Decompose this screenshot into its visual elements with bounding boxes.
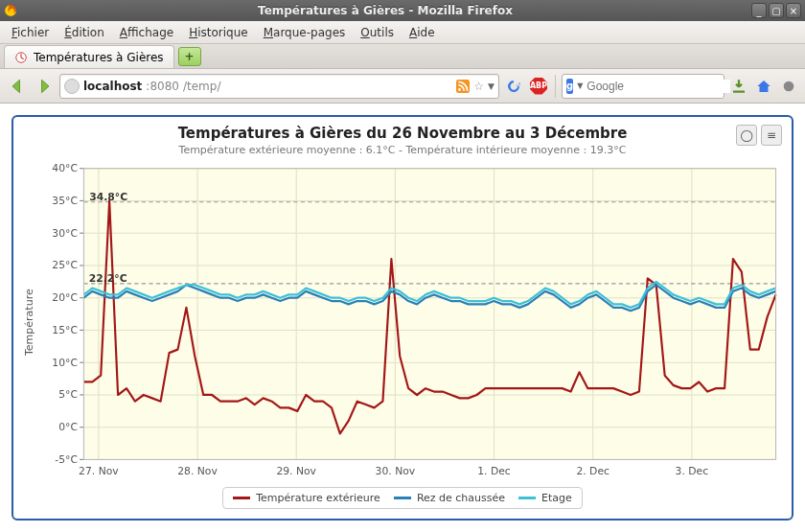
svg-text:-5°C: -5°C xyxy=(55,453,78,466)
chart-frame: ◯ ≡ Températures à Gières du 26 Novembre… xyxy=(12,115,794,520)
new-tab-button[interactable]: + xyxy=(178,47,201,66)
menu-historique[interactable]: Historique xyxy=(183,24,254,41)
chart-legend: Température extérieureRez de chausséeEta… xyxy=(23,487,782,509)
svg-text:22.2°C: 22.2°C xyxy=(89,271,127,284)
chart-legend-inner: Température extérieureRez de chausséeEta… xyxy=(222,487,583,509)
adblock-button[interactable]: ABP xyxy=(528,76,549,97)
url-dropdown-icon[interactable]: ▼ xyxy=(488,81,494,91)
bookmark-star-icon[interactable]: ☆ xyxy=(473,80,484,93)
chart-plot[interactable]: -5°C0°C5°C10°C15°C20°C25°C30°C35°C40°C27… xyxy=(38,162,782,483)
svg-point-3 xyxy=(458,88,461,91)
svg-text:30°C: 30°C xyxy=(52,226,78,239)
home-button[interactable] xyxy=(753,76,774,97)
url-path: /temp/ xyxy=(183,80,220,93)
svg-text:2. Dec: 2. Dec xyxy=(576,465,610,477)
window-titlebar: Températures à Gières - Mozilla Firefox … xyxy=(0,0,805,21)
feed-icon[interactable] xyxy=(456,80,470,93)
svg-text:25°C: 25°C xyxy=(52,259,78,271)
chart-subtitle: Température extérieure moyenne : 6.1°C -… xyxy=(23,144,782,156)
menu-edition[interactable]: Édition xyxy=(58,24,110,41)
tab-label: Températures à Gières xyxy=(34,51,164,64)
svg-text:3. Dec: 3. Dec xyxy=(676,465,709,477)
tabbar: Températures à Gières + xyxy=(0,44,805,69)
search-input[interactable] xyxy=(586,80,730,93)
chart-zoom-button[interactable]: ◯ xyxy=(736,125,757,146)
svg-text:20°C: 20°C xyxy=(52,291,78,304)
svg-text:10°C: 10°C xyxy=(52,356,78,368)
svg-text:27. Nov: 27. Nov xyxy=(79,465,119,477)
svg-text:1. Dec: 1. Dec xyxy=(477,465,511,477)
menu-aide[interactable]: Aide xyxy=(403,24,441,41)
search-engine-icon[interactable]: g xyxy=(566,79,573,94)
chart-title: Températures à Gières du 26 Novembre au … xyxy=(23,125,782,142)
forward-button[interactable] xyxy=(33,75,56,98)
svg-text:30. Nov: 30. Nov xyxy=(376,465,416,477)
menu-fichier[interactable]: Fichier xyxy=(6,24,55,41)
url-host: localhost xyxy=(83,80,142,93)
menu-affichage[interactable]: Affichage xyxy=(114,24,179,41)
menu-outils[interactable]: Outils xyxy=(355,24,400,41)
window-close-button[interactable]: × xyxy=(786,3,801,18)
tab-active[interactable]: Températures à Gières xyxy=(4,45,174,68)
site-identity-icon[interactable] xyxy=(64,79,80,94)
toolbar-separator xyxy=(555,75,556,98)
toolbar: localhost:8080/temp/ ☆ ▼ ABP g ▼ xyxy=(0,69,805,104)
window-minimize-button[interactable]: _ xyxy=(751,3,767,18)
tab-favicon-icon xyxy=(14,51,28,64)
svg-text:40°C: 40°C xyxy=(52,162,78,174)
svg-text:28. Nov: 28. Nov xyxy=(177,465,218,477)
menubar: Fichier Édition Affichage Historique Mar… xyxy=(0,21,805,44)
firefox-icon xyxy=(4,4,17,17)
svg-text:5°C: 5°C xyxy=(58,388,78,401)
svg-text:29. Nov: 29. Nov xyxy=(276,465,316,477)
chart-toolbar: ◯ ≡ xyxy=(736,125,782,146)
legend-item[interactable]: Température extérieure xyxy=(233,492,380,504)
svg-text:0°C: 0°C xyxy=(58,421,78,433)
search-bar[interactable]: g ▼ xyxy=(562,74,724,99)
url-port: :8080 xyxy=(146,80,179,93)
addon-button[interactable] xyxy=(778,76,799,97)
downloads-button[interactable] xyxy=(728,76,749,97)
menu-marque-pages[interactable]: Marque-pages xyxy=(258,24,352,41)
chart-y-axis-label: Température xyxy=(23,162,38,483)
search-engine-dropdown-icon[interactable]: ▼ xyxy=(577,81,583,90)
svg-text:35°C: 35°C xyxy=(52,195,78,207)
legend-item[interactable]: Rez de chaussée xyxy=(394,492,505,504)
svg-text:34.8°C: 34.8°C xyxy=(89,190,127,202)
url-bar[interactable]: localhost:8080/temp/ ☆ ▼ xyxy=(59,74,499,99)
svg-text:15°C: 15°C xyxy=(52,324,78,336)
back-button[interactable] xyxy=(6,75,29,98)
chart-menu-button[interactable]: ≡ xyxy=(761,125,782,146)
legend-item[interactable]: Etage xyxy=(518,492,572,504)
window-maximize-button[interactable]: ▢ xyxy=(769,3,784,18)
page-content: ◯ ≡ Températures à Gières du 26 Novembre… xyxy=(0,104,805,532)
window-title: Températures à Gières - Mozilla Firefox xyxy=(21,4,749,17)
reload-button[interactable] xyxy=(503,76,524,97)
svg-point-5 xyxy=(784,81,794,91)
